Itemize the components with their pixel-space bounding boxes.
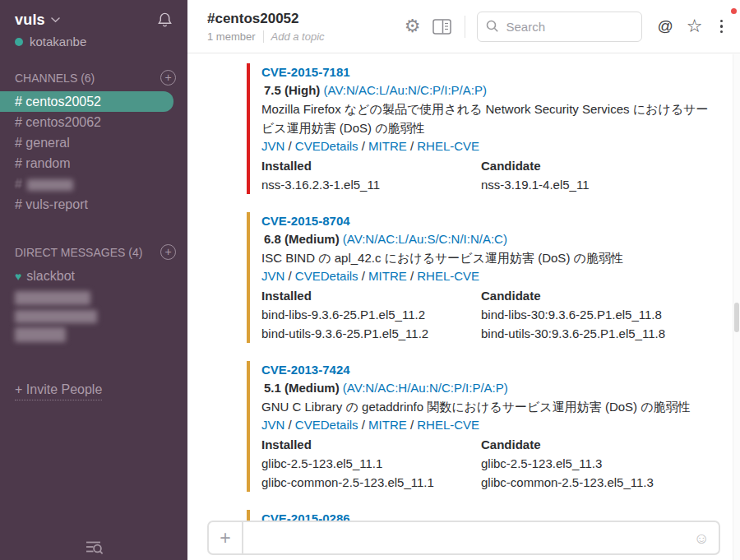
gear-icon[interactable]: ⚙: [405, 17, 421, 35]
link-separator: /: [284, 418, 295, 432]
channel-name: # centos20052: [15, 95, 101, 109]
member-count[interactable]: 1 member: [207, 30, 256, 43]
reference-link-rhel-cve[interactable]: RHEL-CVE: [417, 418, 479, 432]
reference-links: JVN / CVEDetails / MITRE / RHEL-CVE: [261, 137, 715, 155]
dm-name: slackbot: [26, 269, 75, 283]
severity-score: 5.1 (Medium): [264, 381, 340, 395]
severity-line: 6.8 (Medium) (AV:N/AC:L/Au:S/C:N/I:N/A:C…: [261, 230, 715, 248]
reference-link-cvedetails[interactable]: CVEDetails: [295, 418, 358, 432]
field-candidate: Candidatebind-libs-30:9.3.6-25.P1.el5_11…: [481, 287, 701, 343]
notifications-bell-icon[interactable]: [157, 12, 173, 29]
emoji-picker-icon[interactable]: ☺: [694, 530, 710, 546]
attach-plus-button[interactable]: +: [209, 522, 243, 553]
field-title: Installed: [261, 157, 481, 175]
channel-name: # general: [15, 136, 70, 150]
field-title: Candidate: [481, 287, 701, 305]
reference-link-mitre[interactable]: MITRE: [368, 269, 407, 283]
link-separator: /: [358, 269, 369, 283]
team-menu[interactable]: vuls: [15, 12, 60, 29]
vuln-attachment: CVE-2013-7424 5.1 (Medium) (AV:N/AC:H/Au…: [247, 361, 715, 492]
mentions-icon[interactable]: @: [657, 17, 673, 35]
severity-line: 5.1 (Medium) (AV:N/AC:H/Au:N/C:P/I:P/A:P…: [261, 379, 715, 397]
reference-links: JVN / CVEDetails / MITRE / RHEL-CVE: [261, 416, 715, 434]
severity-line: 7.5 (High) (AV:N/AC:L/Au:N/C:P/I:P/A:P): [261, 81, 715, 100]
reference-links: JVN / CVEDetails / MITRE / RHEL-CVE: [261, 267, 715, 285]
channel-title: #centos20052: [207, 11, 405, 27]
heart-icon: ♥: [15, 270, 21, 283]
sidebar-dm-item[interactable]: [0, 287, 187, 308]
sidebar-channel-item[interactable]: # centos20062: [0, 112, 187, 132]
add-topic-button[interactable]: Add a topic: [271, 30, 325, 43]
meta-divider: [263, 30, 264, 43]
cve-link[interactable]: CVE-2015-8704: [261, 212, 350, 230]
cvss-vector-link[interactable]: (AV:N/AC:L/Au:S/C:N/I:N/A:C): [343, 232, 507, 246]
reference-link-jvn[interactable]: JVN: [261, 418, 284, 432]
channel-header: #centos20052 1 member Add a topic ⚙: [187, 0, 740, 53]
channels-count: (6): [81, 72, 95, 85]
cvss-vector-link[interactable]: (AV:N/AC:H/Au:N/C:P/I:P/A:P): [343, 381, 508, 395]
cve-link[interactable]: CVE-2013-7424: [261, 361, 350, 379]
search-input[interactable]: [506, 20, 633, 34]
reference-link-cvedetails[interactable]: CVEDetails: [295, 269, 358, 283]
redacted-dm-name: [15, 291, 90, 305]
sidebar-dm-item[interactable]: ♥slackbot: [0, 266, 187, 287]
package-fields: Installedbind-libs-9.3.6-25.P1.el5_11.2b…: [261, 287, 715, 343]
sidebar-channel-item[interactable]: # general: [0, 132, 187, 153]
message-input[interactable]: [243, 531, 694, 545]
field-title: Installed: [261, 287, 481, 305]
field-title: Installed: [261, 436, 481, 454]
flexpane-toggle-icon[interactable]: [432, 19, 451, 35]
cve-link[interactable]: CVE-2015-7181: [261, 63, 350, 81]
sidebar: vuls kotakanbe CHANNELS (6) + # centos20…: [0, 0, 187, 560]
add-dm-button[interactable]: +: [160, 244, 176, 260]
vuln-attachment: CVE-2015-7181 7.5 (High) (AV:N/AC:L/Au:N…: [247, 63, 715, 194]
cve-description: GNU C Library の getaddrinfo 関数におけるサービス運用…: [261, 397, 715, 416]
field-installed: Installedbind-libs-9.3.6-25.P1.el5_11.2b…: [261, 287, 481, 343]
sidebar-channel-item[interactable]: # centos20052: [0, 91, 173, 112]
sidebar-channel-item[interactable]: #: [0, 174, 187, 194]
redacted-channel-name: [27, 179, 73, 191]
package-fields: Installedglibc-2.5-123.el5_11.1glibc-com…: [261, 436, 715, 492]
redacted-dm-name: [15, 310, 97, 323]
message: CVE-2013-7424 5.1 (Medium) (AV:N/AC:H/Au…: [247, 361, 715, 492]
reference-link-mitre[interactable]: MITRE: [368, 139, 407, 153]
link-separator: /: [284, 269, 295, 283]
kebab-menu-icon[interactable]: [715, 16, 729, 36]
cvss-vector-link[interactable]: (AV:N/AC:L/Au:N/C:P/I:P/A:P): [324, 83, 487, 97]
severity-score: 6.8 (Medium): [264, 232, 340, 246]
quick-search-icon[interactable]: [83, 539, 104, 556]
current-user[interactable]: kotakanbe: [0, 29, 187, 49]
reference-link-rhel-cve[interactable]: RHEL-CVE: [417, 139, 479, 153]
channel-name: # centos20062: [15, 115, 101, 129]
cve-description: Mozilla Firefox などの製品で使用される Network Secu…: [261, 100, 715, 137]
sidebar-channel-item[interactable]: # vuls-report: [0, 194, 187, 215]
dms-count: (4): [128, 246, 142, 259]
message: CVE-2015-7181 7.5 (High) (AV:N/AC:L/Au:N…: [247, 63, 715, 194]
slack-app: vuls kotakanbe CHANNELS (6) + # centos20…: [0, 0, 740, 560]
add-channel-button[interactable]: +: [160, 70, 176, 86]
package-version: bind-libs-30:9.3.6-25.P1.el5_11.8: [481, 305, 701, 324]
reference-link-rhel-cve[interactable]: RHEL-CVE: [417, 269, 479, 283]
notification-badge: [731, 8, 737, 14]
invite-people-button[interactable]: + Invite People: [15, 382, 102, 400]
chevron-down-icon: [51, 17, 60, 23]
package-version: glibc-2.5-123.el5_11.1: [261, 454, 481, 473]
dms-section-label[interactable]: DIRECT MESSAGES (4): [15, 246, 142, 259]
reference-link-jvn[interactable]: JVN: [261, 139, 284, 153]
main-pane: #centos20052 1 member Add a topic ⚙: [187, 0, 740, 560]
username: kotakanbe: [30, 35, 86, 49]
reference-link-mitre[interactable]: MITRE: [368, 418, 407, 432]
search-box[interactable]: [477, 12, 642, 42]
scrollbar-thumb[interactable]: [734, 303, 739, 332]
reference-link-jvn[interactable]: JVN: [261, 269, 284, 283]
reference-link-cvedetails[interactable]: CVEDetails: [295, 139, 358, 153]
link-separator: /: [284, 139, 295, 153]
sidebar-channel-item[interactable]: # random: [0, 153, 187, 174]
star-icon[interactable]: ☆: [687, 17, 703, 35]
package-version: glibc-common-2.5-123.el5_11.3: [481, 473, 701, 492]
sidebar-dm-item[interactable]: [0, 308, 187, 348]
package-version: nss-3.16.2.3-1.el5_11: [261, 175, 481, 194]
field-title: Candidate: [481, 157, 701, 175]
channels-section-label[interactable]: CHANNELS (6): [15, 72, 95, 85]
channel-name: # random: [15, 156, 71, 170]
